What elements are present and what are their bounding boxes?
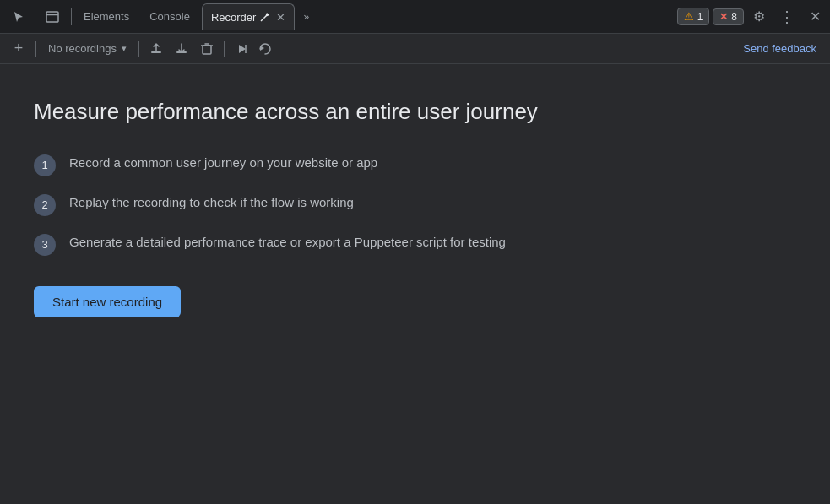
cursor-tool[interactable]	[3, 3, 34, 30]
tab-recorder-close[interactable]: ✕	[276, 11, 285, 24]
step-number-1: 1	[34, 154, 56, 176]
devtools-more-button[interactable]: ⋮	[774, 4, 800, 30]
step-text-1: Record a common user journey on your web…	[69, 154, 377, 173]
play-recording-button[interactable]	[230, 37, 253, 61]
step-number-2: 2	[34, 194, 56, 216]
play-icon	[235, 42, 248, 56]
chevron-down-icon: ▾	[122, 43, 127, 54]
toolbar-separator-1	[35, 41, 36, 57]
warning-icon: ⚠	[684, 10, 694, 23]
trash-icon	[200, 42, 214, 56]
start-new-recording-button[interactable]: Start new recording	[34, 286, 181, 317]
devtools-close-button[interactable]: ✕	[803, 5, 827, 29]
svg-marker-8	[239, 45, 246, 53]
tab-bar: Elements Console Recorder ✕ » ⚠ 1 ✕ 8 ⚙ …	[0, 0, 830, 34]
recording-selector[interactable]: No recordings ▾	[41, 41, 133, 57]
import-recording-button[interactable]	[144, 37, 168, 61]
step-item-3: 3 Generate a detailed performance trace …	[34, 233, 796, 256]
step-text-2: Replay the recording to check if the flo…	[69, 193, 354, 213]
export-recording-button[interactable]	[170, 37, 193, 61]
layout-icon	[46, 11, 59, 23]
svg-rect-3	[151, 51, 161, 53]
toolbar-separator-3	[224, 41, 225, 57]
svg-rect-5	[203, 46, 211, 54]
add-recording-button[interactable]: +	[7, 37, 30, 61]
recorder-toolbar: + No recordings ▾	[0, 34, 830, 64]
step-item-2: 2 Replay the recording to check if the f…	[34, 193, 796, 216]
replay-options-button[interactable]	[255, 37, 279, 61]
page-title: Measure performance across an entire use…	[34, 98, 796, 127]
responsive-layout-tool[interactable]	[37, 3, 68, 30]
error-icon: ✕	[719, 11, 728, 23]
tab-console[interactable]: Console	[141, 3, 198, 30]
replay-icon	[258, 42, 275, 56]
devtools-settings-button[interactable]: ⚙	[747, 5, 771, 29]
gear-icon: ⚙	[753, 8, 765, 24]
more-tabs-button[interactable]: »	[298, 8, 314, 26]
pin-icon	[260, 12, 270, 22]
delete-recording-button[interactable]	[195, 37, 219, 61]
step-number-3: 3	[34, 234, 56, 256]
download-icon	[175, 42, 188, 56]
svg-marker-10	[260, 46, 264, 51]
close-icon: ✕	[810, 8, 821, 24]
cursor-icon	[12, 10, 25, 24]
svg-line-2	[261, 19, 264, 22]
toolbar-separator-2	[138, 41, 139, 57]
send-feedback-link[interactable]: Send feedback	[743, 42, 816, 55]
tab-recorder[interactable]: Recorder ✕	[202, 3, 295, 30]
svg-rect-0	[46, 12, 58, 22]
upload-icon	[149, 42, 163, 56]
errors-badge[interactable]: ✕ 8	[713, 8, 744, 25]
step-text-3: Generate a detailed performance trace or…	[69, 233, 506, 252]
steps-list: 1 Record a common user journey on your w…	[34, 154, 796, 256]
dots-icon: ⋮	[779, 8, 795, 25]
recorder-main: Measure performance across an entire use…	[0, 64, 830, 343]
warnings-badge[interactable]: ⚠ 1	[677, 8, 710, 25]
step-item-1: 1 Record a common user journey on your w…	[34, 154, 796, 176]
tab-elements[interactable]: Elements	[75, 3, 138, 30]
plus-icon: +	[14, 40, 24, 57]
tab-separator-1	[71, 8, 72, 25]
